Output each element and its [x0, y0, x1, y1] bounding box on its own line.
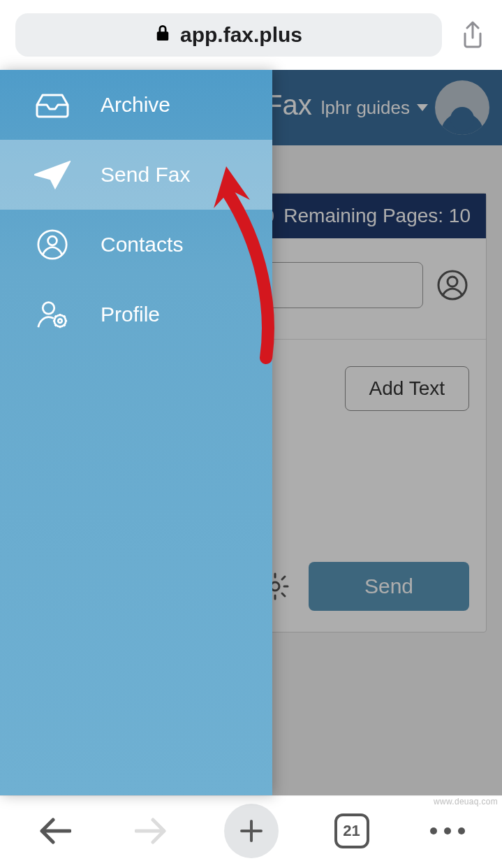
sidebar-item-profile[interactable]: Profile [0, 280, 272, 349]
sidebar-item-contacts[interactable]: Contacts [0, 210, 272, 280]
profile-settings-icon [34, 299, 71, 330]
new-tab-button[interactable] [224, 804, 279, 858]
contact-icon [34, 229, 71, 260]
tab-count: 21 [343, 822, 360, 840]
svg-point-7 [58, 319, 62, 323]
tab-count-badge: 21 [334, 813, 369, 848]
svg-point-4 [48, 236, 57, 245]
back-button[interactable] [33, 809, 77, 853]
sidebar: Archive Send Fax Contacts Profile [0, 70, 272, 795]
svg-point-5 [43, 303, 54, 314]
watermark: www.deuaq.com [434, 797, 498, 806]
sidebar-item-send-fax[interactable]: Send Fax [0, 140, 272, 210]
sidebar-item-label: Send Fax [101, 163, 190, 187]
sidebar-item-label: Archive [101, 93, 170, 117]
paper-plane-icon [34, 159, 71, 190]
tabs-button[interactable]: 21 [330, 809, 374, 853]
sidebar-item-label: Profile [101, 303, 160, 326]
lock-icon [155, 23, 170, 47]
share-button[interactable] [459, 21, 487, 49]
forward-button [128, 809, 173, 853]
address-field[interactable]: app.fax.plus [15, 13, 442, 57]
browser-toolbar: 21 [0, 795, 502, 868]
sidebar-item-archive[interactable]: Archive [0, 70, 272, 140]
more-icon [430, 827, 465, 834]
menu-button[interactable] [425, 809, 470, 853]
sidebar-item-label: Contacts [101, 233, 183, 256]
inbox-icon [34, 89, 71, 120]
url-text: app.fax.plus [180, 23, 302, 47]
browser-address-bar: app.fax.plus [0, 0, 502, 70]
